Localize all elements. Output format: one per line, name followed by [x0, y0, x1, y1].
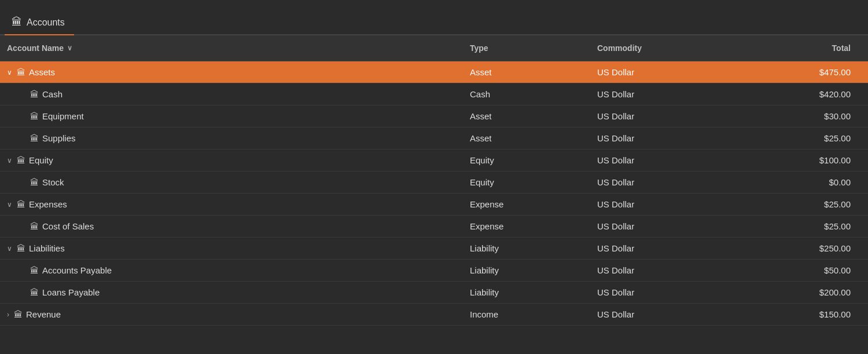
table-row[interactable]: ∨🏛EquityEquityUS Dollar$100.00 [0, 149, 868, 171]
account-name: Accounts Payable [42, 265, 112, 275]
account-name: Supplies [42, 133, 76, 143]
account-icon: 🏛 [17, 199, 25, 209]
account-total: $475.00 [741, 65, 868, 79]
account-type: Liability [463, 241, 590, 256]
account-commodity: US Dollar [590, 131, 741, 145]
account-name: Cash [42, 89, 62, 99]
account-commodity: US Dollar [590, 153, 741, 167]
account-total: $250.00 [741, 241, 868, 256]
account-type: Equity [463, 153, 590, 167]
account-commodity: US Dollar [590, 307, 741, 322]
col-header-total[interactable]: Total [741, 41, 868, 55]
account-commodity: US Dollar [590, 241, 741, 256]
account-total: $420.00 [741, 87, 868, 101]
account-type: Asset [463, 131, 590, 145]
expand-arrow-icon[interactable]: ∨ [7, 156, 12, 165]
account-name: Cost of Sales [42, 221, 94, 231]
account-icon: 🏛 [30, 287, 39, 297]
account-commodity: US Dollar [590, 175, 741, 189]
column-headers: Account Name ∨ Type Commodity Total [0, 35, 868, 61]
accounts-tab-icon: 🏛 [12, 16, 22, 28]
account-commodity: US Dollar [590, 109, 741, 123]
account-total: $0.00 [741, 175, 868, 189]
account-name: Stock [42, 177, 64, 187]
expand-arrow-icon[interactable]: ∨ [7, 68, 12, 76]
col-name-label: Account Name [7, 43, 64, 53]
account-type: Cash [463, 87, 590, 101]
accounts-tab[interactable]: 🏛 Accounts [5, 12, 74, 35]
table-row[interactable]: 🏛CashCashUS Dollar$420.00 [0, 83, 868, 105]
col-header-name[interactable]: Account Name ∨ [0, 41, 463, 55]
account-total: $50.00 [741, 263, 868, 278]
expand-arrow-icon[interactable]: ∨ [7, 200, 12, 209]
account-total: $150.00 [741, 307, 868, 322]
table-row[interactable]: 🏛StockEquityUS Dollar$0.00 [0, 171, 868, 194]
table-row[interactable]: 🏛SuppliesAssetUS Dollar$25.00 [0, 127, 868, 149]
col-header-type[interactable]: Type [463, 41, 590, 55]
account-icon: 🏛 [30, 133, 39, 143]
account-icon: 🏛 [30, 221, 39, 231]
table-row[interactable]: ∨🏛AssetsAssetUS Dollar$475.00 [0, 61, 868, 83]
account-name: Equipment [42, 111, 84, 121]
expand-arrow-icon[interactable]: ∨ [7, 244, 12, 253]
account-icon: 🏛 [30, 89, 39, 99]
account-commodity: US Dollar [590, 87, 741, 101]
account-commodity: US Dollar [590, 197, 741, 211]
table-row[interactable]: ∨🏛LiabilitiesLiabilityUS Dollar$250.00 [0, 238, 868, 260]
account-total: $25.00 [741, 219, 868, 233]
account-icon: 🏛 [30, 265, 39, 275]
account-name: Assets [29, 67, 55, 77]
account-type: Liability [463, 285, 590, 300]
table-row[interactable]: 🏛Loans PayableLiabilityUS Dollar$200.00 [0, 282, 868, 304]
tab-bar: 🏛 Accounts [0, 0, 868, 35]
table-row[interactable]: 🏛Accounts PayableLiabilityUS Dollar$50.0… [0, 260, 868, 282]
account-name: Liabilities [29, 243, 65, 253]
account-commodity: US Dollar [590, 219, 741, 233]
table-row[interactable]: ∨🏛ExpensesExpenseUS Dollar$25.00 [0, 194, 868, 216]
expand-arrow-icon[interactable]: › [7, 311, 9, 319]
account-icon: 🏛 [30, 177, 39, 187]
sort-arrow-icon: ∨ [67, 44, 72, 52]
account-total: $30.00 [741, 109, 868, 123]
account-icon: 🏛 [17, 243, 25, 253]
table-row[interactable]: ›🏛RevenueIncomeUS Dollar$150.00 [0, 304, 868, 326]
accounts-table: ∨🏛AssetsAssetUS Dollar$475.00🏛CashCashUS… [0, 61, 868, 326]
account-total: $25.00 [741, 197, 868, 211]
account-commodity: US Dollar [590, 263, 741, 278]
account-type: Equity [463, 175, 590, 189]
account-type: Asset [463, 109, 590, 123]
col-header-commodity[interactable]: Commodity [590, 41, 741, 55]
account-icon: 🏛 [17, 67, 25, 77]
table-row[interactable]: 🏛EquipmentAssetUS Dollar$30.00 [0, 105, 868, 127]
account-name: Revenue [26, 309, 61, 319]
accounts-tab-label: Accounts [27, 17, 65, 28]
account-type: Liability [463, 263, 590, 278]
account-name: Equity [29, 155, 53, 165]
account-type: Expense [463, 197, 590, 211]
account-commodity: US Dollar [590, 285, 741, 300]
account-name: Expenses [29, 199, 67, 209]
account-icon: 🏛 [17, 155, 25, 165]
account-type: Asset [463, 65, 590, 79]
account-total: $25.00 [741, 131, 868, 145]
account-type: Income [463, 307, 590, 322]
account-total: $200.00 [741, 285, 868, 300]
account-commodity: US Dollar [590, 65, 741, 79]
account-icon: 🏛 [30, 111, 39, 121]
account-name: Loans Payable [42, 287, 100, 297]
account-icon: 🏛 [14, 309, 23, 319]
table-row[interactable]: 🏛Cost of SalesExpenseUS Dollar$25.00 [0, 216, 868, 238]
account-total: $100.00 [741, 153, 868, 167]
account-type: Expense [463, 219, 590, 233]
